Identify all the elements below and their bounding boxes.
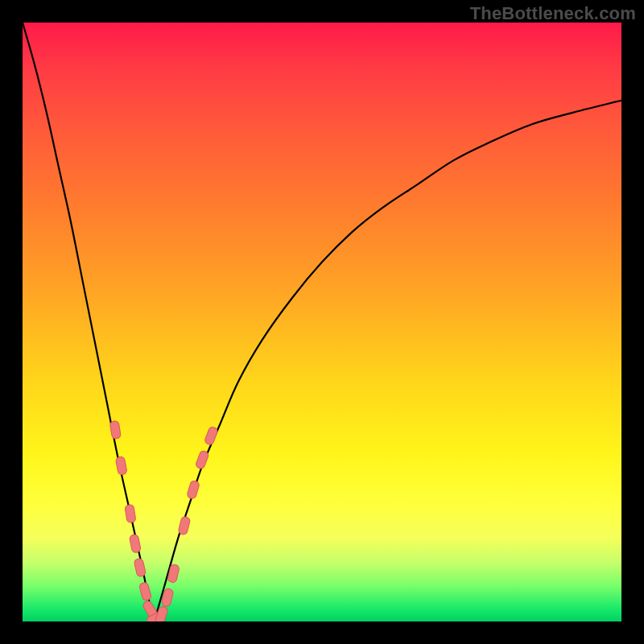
marker-pill [129, 534, 141, 553]
marker-pill [115, 456, 127, 476]
marker-pill [204, 426, 218, 445]
marker-pill [125, 504, 136, 522]
marker-pill [134, 558, 147, 577]
plot-area [23, 23, 621, 621]
marker-pill [178, 516, 191, 535]
curve-left-branch [23, 23, 155, 621]
marker-pill [187, 480, 200, 499]
curve-right-branch [155, 101, 621, 621]
watermark-text: TheBottleneck.com [470, 3, 636, 24]
marker-pill [109, 420, 121, 440]
chart-svg [23, 23, 621, 621]
marker-pill [195, 450, 209, 469]
marker-pill [138, 582, 151, 601]
outer-frame: TheBottleneck.com [0, 0, 644, 644]
marker-group [109, 420, 218, 621]
